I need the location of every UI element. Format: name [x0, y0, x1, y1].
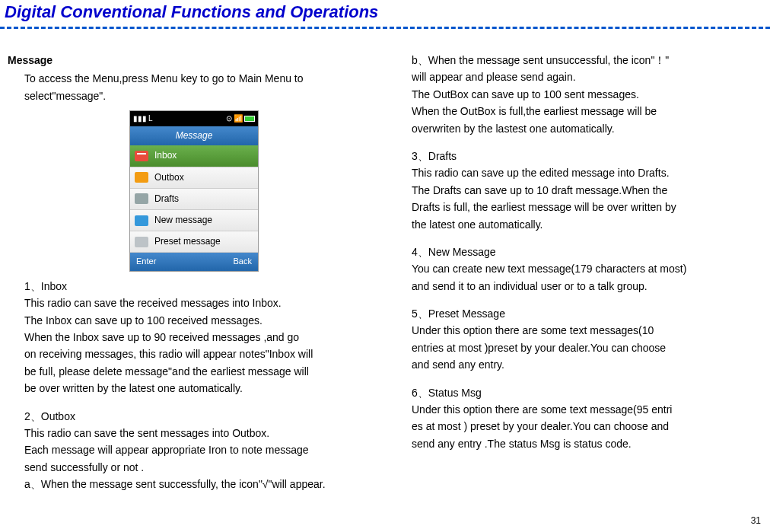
- inbox-p3: When the Inbox save up to 90 received me…: [24, 329, 351, 346]
- page-header: Digital Conventional Functions and Opera…: [0, 0, 770, 27]
- outbox-b1: b、When the message sent unsuccessful, th…: [412, 52, 755, 68]
- clock-icon: ⊙: [226, 113, 232, 125]
- outbox-p3: send successfully or not .: [24, 459, 351, 476]
- drafts-p2: The Drafts can save up to 10 draft messa…: [412, 182, 755, 199]
- drafts-label: Drafts: [154, 192, 179, 206]
- statusmsg-heading: 6、Status Msg: [412, 384, 755, 401]
- inbox-p4: on receiving messages, this radio will a…: [24, 346, 351, 362]
- phone-item-preset: Preset message: [130, 231, 258, 253]
- preset-message-icon: [135, 237, 148, 247]
- outbox-heading: 2、Outbox: [24, 408, 351, 425]
- outbox-b4: When the OutBox is full,the earliest mes…: [412, 103, 755, 119]
- outbox-label: Outbox: [154, 170, 184, 185]
- phone-item-drafts: Drafts: [130, 189, 258, 210]
- page-number: 31: [751, 515, 761, 526]
- phone-status-bar: ▮▮▮ L ⊙ 📶: [130, 111, 258, 126]
- intro-line2: select"message".: [24, 88, 351, 104]
- enter-softkey: Enter: [136, 255, 156, 269]
- message-title: Message: [8, 52, 351, 68]
- phone-item-outbox: Outbox: [130, 167, 258, 189]
- newmessage-p1: You can create new text message(179 char…: [412, 260, 755, 277]
- inbox-p5: be full, please delete message"and the e…: [24, 363, 351, 380]
- new-label: New message: [154, 213, 212, 228]
- battery-icon: [244, 116, 255, 122]
- preset-heading: 5、Preset Message: [412, 305, 755, 322]
- phone-screenshot: ▮▮▮ L ⊙ 📶 Message Inbox Outbox D: [129, 110, 259, 272]
- drafts-p1: This radio can save up the edited messag…: [412, 164, 755, 181]
- drafts-heading: 3、Drafts: [412, 148, 755, 164]
- new-message-icon: [135, 215, 148, 226]
- statusmsg-section: 6、Status Msg Under this option there are…: [412, 384, 755, 453]
- intro-line1: To access the Menu,press Menu key to go …: [24, 70, 351, 87]
- inbox-heading: 1、Inbox: [24, 278, 351, 295]
- outbox-b5: overwriten by the lastest one automatica…: [412, 120, 755, 137]
- statusmsg-p2: es at most ) preset by your dealer.You c…: [412, 418, 755, 435]
- outbox-section: 2、Outbox This radio can save the sent me…: [8, 408, 351, 493]
- back-softkey: Back: [234, 255, 252, 269]
- left-column: Message To access the Menu,press Menu ke…: [8, 52, 351, 493]
- right-column: b、When the message sent unsuccessful, th…: [412, 52, 755, 493]
- phone-footer: Enter Back: [130, 253, 258, 271]
- status-l: L: [148, 113, 153, 125]
- inbox-section: 1、Inbox This radio can save the received…: [8, 278, 351, 397]
- signal-bars-icon: ▮▮▮: [133, 113, 147, 125]
- outbox-p1: This radio can save the sent messages in…: [24, 425, 351, 441]
- signal-icon: 📶: [234, 113, 243, 125]
- outbox-b3: The OutBox can save up to 100 sent messa…: [412, 86, 755, 103]
- inbox-p1: This radio can save the received message…: [24, 295, 351, 311]
- outbox-p2: Each message will appear appropriate Iro…: [24, 441, 351, 458]
- preset-p3: and send any entry.: [412, 356, 755, 373]
- drafts-p3: Drafts is full, the earliest message wil…: [412, 199, 755, 215]
- newmessage-p2: and send it to an individual user or to …: [412, 278, 755, 295]
- statusmsg-p3: send any entry .The status Msg is status…: [412, 435, 755, 452]
- signal-indicator: ▮▮▮ L: [133, 113, 153, 125]
- content-area: Message To access the Menu,press Menu ke…: [0, 29, 770, 501]
- newmessage-section: 4、New Message You can create new text me…: [412, 244, 755, 295]
- preset-p1: Under this option there are some text me…: [412, 322, 755, 339]
- drafts-icon: [135, 193, 148, 204]
- inbox-p6: be over written by the latest one automa…: [24, 380, 351, 397]
- inbox-icon: [135, 151, 148, 161]
- status-icons: ⊙ 📶: [226, 113, 255, 125]
- outbox-p4: a、When the message sent successfully, th…: [24, 476, 351, 492]
- message-intro: To access the Menu,press Menu key to go …: [8, 70, 351, 104]
- phone-item-new: New message: [130, 210, 258, 231]
- drafts-section: 3、Drafts This radio can save up the edit…: [412, 148, 755, 233]
- outbox-icon: [135, 172, 148, 183]
- outbox-b2: will appear and please send again.: [412, 68, 755, 85]
- preset-label: Preset message: [154, 234, 221, 249]
- phone-item-inbox: Inbox: [130, 145, 258, 167]
- statusmsg-p1: Under this option there are some text me…: [412, 401, 755, 418]
- newmessage-heading: 4、New Message: [412, 244, 755, 260]
- preset-section: 5、Preset Message Under this option there…: [412, 305, 755, 374]
- inbox-label: Inbox: [154, 148, 177, 163]
- phone-menu-title: Message: [130, 126, 258, 145]
- preset-p2: entries at most )preset by your dealer.Y…: [412, 339, 755, 356]
- inbox-p2: The Inbox can save up to 100 received me…: [24, 312, 351, 329]
- drafts-p4: the latest one automatically.: [412, 216, 755, 233]
